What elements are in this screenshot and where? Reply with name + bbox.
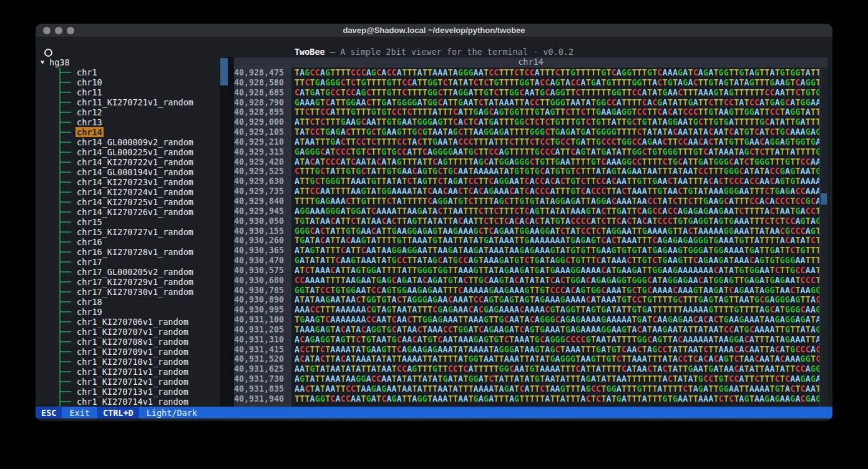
app-subtitle: — A simple 2bit viewer for the terminal … [330,47,573,57]
sidebar-item-chr15[interactable]: chr15 [36,217,220,227]
tree-guide-line [59,357,76,367]
sidebar-item-chr15_KI270727v1_random[interactable]: chr15_KI270727v1_random [36,227,220,237]
chromosome-title: chr14 [518,57,544,67]
dna-sequence: ATCTAAACATTAGTGGATTTTATTGGGTGGTTAAAGTTAT… [295,266,819,276]
key-ctrl-d[interactable]: CTRL+D [97,407,139,418]
sidebar-item-chr18[interactable]: chr18 [36,297,220,307]
sequence-panel: chr14 40,928,475TAGCCAGTTTTCCCAGCACCATTT… [234,57,827,407]
sequence-row: 40,929,840TTTTGAGAAACTTGTTTTCTATTTTTCAGG… [234,196,819,206]
dna-sequence: AGTATTAAATAAGGACCAATATATTATATGATATGGATCT… [295,374,819,384]
sidebar-item-chr11_KI270721v1_random[interactable]: chr11_KI270721v1_random [36,97,220,107]
sidebar-item-chr14_KI270722v1_random[interactable]: chr14_KI270722v1_random [36,157,220,167]
tree-item-label: chr17_KI270729v1_random [76,277,195,287]
sidebar-item-chr1_KI270711v1_random[interactable]: chr1_KI270711v1_random [36,367,220,377]
tree-item-label: chr16_KI270728v1_random [76,247,195,257]
sidebar-item-chr14_GL000225v1_random[interactable]: chr14_GL000225v1_random [36,147,220,157]
traffic-lights [43,27,74,34]
dna-sequence: ATTCCAATTTTAAGTATGGAAAATATCAACAACTCACAGA… [295,186,819,196]
sequence-row: 40,929,420ATACATCCCATCAATACATAGTTTATTCAG… [234,157,819,167]
sequence-scrollbar[interactable] [819,67,827,407]
key-ctrl-d-label[interactable]: Light/Dark [139,407,205,418]
sidebar-item-chr1_KI270712v1_random[interactable]: chr1_KI270712v1_random [36,377,220,387]
dna-sequence: TGTATAACATTCTATAACACTTAGTTATATTACAATTCTC… [295,216,819,226]
tree-guide-line [59,337,76,347]
key-esc-label[interactable]: Exit [62,407,97,418]
circle-icon [44,49,52,57]
position-label: 40,930,365 [234,246,288,256]
dna-sequence: ATACATCCCATCAATACATAGTTTATTCAGTTTTTAGCAT… [295,157,819,167]
tree-guide-line [59,167,76,177]
sequence-row: 40,931,835AACTATAATTCCTAAGAGAATAATATTTAA… [234,384,819,394]
app-name: TwoBee [295,47,325,57]
panel-divider [228,57,234,407]
position-label: 40,931,310 [234,335,288,345]
sidebar-item-chr17_KI270730v1_random[interactable]: chr17_KI270730v1_random [36,287,220,297]
position-label: 40,928,895 [234,107,288,117]
sidebar-item-chr17_GL000205v2_random[interactable]: chr17_GL000205v2_random [36,267,220,277]
dna-sequence: CATGATGCCTCCAGCTTTGTTCTTTTGGCTTAGGATTGTC… [295,88,819,98]
dna-sequence: GAGGGCATCCCTGTCTTGTGCCATTCAGGGGAATGCTTCC… [295,147,819,157]
sidebar-item-chr10[interactable]: chr10 [36,77,220,87]
sidebar-item-chr1_KI270713v1_random[interactable]: chr1_KI270713v1_random [36,387,220,397]
sidebar-item-chr1_KI270707v1_random[interactable]: chr1_KI270707v1_random [36,327,220,337]
sidebar-item-chr1_KI270714v1_random[interactable]: chr1_KI270714v1_random [36,397,220,407]
sidebar-scrollbar-thumb[interactable] [220,58,228,85]
sidebar-item-chr1_KI270706v1_random[interactable]: chr1_KI270706v1_random [36,317,220,327]
tree-guide-line [59,297,76,307]
sidebar-item-chr14_GL000194v1_random[interactable]: chr14_GL000194v1_random [36,167,220,177]
dna-sequence: GGTATCCTGTGGAATCCAGTGGAAGAGAATTTCAAAAAGA… [295,286,819,296]
tree-guide-line [59,267,76,277]
position-label: 40,929,630 [234,176,288,186]
sidebar-item-chr12[interactable]: chr12 [36,107,220,117]
tree-guide-line [59,377,76,387]
tree-item-label: chr17 [76,257,104,267]
sidebar-item-chr17[interactable]: chr17 [36,257,220,267]
tree-root-hg38[interactable]: ▼ hg38 [36,57,220,67]
sidebar-item-chr16_KI270728v1_random[interactable]: chr16_KI270728v1_random [36,247,220,257]
position-label: 40,928,580 [234,78,288,88]
maximize-window-icon[interactable] [67,27,74,34]
tree-item-label: chr1_KI270707v1_random [76,327,190,337]
position-label: 40,930,890 [234,295,288,305]
tree-guide-line [59,107,76,117]
close-window-icon[interactable] [43,27,51,34]
sidebar-item-chr19[interactable]: chr19 [36,307,220,317]
sidebar-item-chr14_KI270723v1_random[interactable]: chr14_KI270723v1_random [36,177,220,187]
dna-sequence: CTTTGCTATTGTGCTATTGTGAACAGTGCTGCAATAAAAA… [295,167,819,176]
sidebar-item-chr16[interactable]: chr16 [36,237,220,247]
position-label: 40,931,520 [234,354,288,364]
position-label: 40,928,685 [234,88,288,98]
dna-sequence: ACATACTTACATAAATATATTAAAATTATTTTATGGTAAT… [295,354,819,364]
sequence-row: 40,929,105TATCCTGAGACTTTGCTGAAGTTGCGTAAT… [234,127,819,137]
position-label: 40,929,105 [234,127,288,137]
tree-guide-line [59,347,76,357]
dna-sequence: TTCTGAGGGCTCTGTTTTGTTCCATTGGTCTATATCTCTG… [295,78,819,88]
sidebar-item-chr1[interactable]: chr1 [36,67,220,77]
tree-item-label: chr14_KI270722v1_random [76,157,195,167]
sidebar-item-chr13[interactable]: chr13 [36,117,220,127]
sidebar-item-chr17_KI270729v1_random[interactable]: chr17_KI270729v1_random [36,277,220,287]
sequence-row: 40,929,945AGGAAAGGGATGGATCAAAATTAAGATACT… [234,206,819,216]
sidebar-item-chr1_KI270709v1_random[interactable]: chr1_KI270709v1_random [36,347,220,357]
position-label: 40,929,840 [234,196,288,206]
sidebar-item-chr14_GL000009v2_random[interactable]: chr14_GL000009v2_random [36,137,220,147]
sequence-row: 40,930,470GATATATTCAAGTAAATATGCCTTATAGCA… [234,256,819,266]
sequence-scrollbar-thumb[interactable] [821,193,827,205]
minimize-window-icon[interactable] [55,27,62,34]
sidebar-scrollbar[interactable] [220,57,228,407]
sequence-rows: 40,928,475TAGCCAGTTTTCCCAGCACCATTTATTAAA… [234,68,819,407]
tree-guide-line [59,67,76,77]
tree-item-label: chr14_KI270723v1_random [76,177,195,187]
tree-guide-line [59,317,76,327]
sidebar-item-chr14_KI270725v1_random[interactable]: chr14_KI270725v1_random [36,197,220,207]
tree-item-label: chr1_KI270711v1_random [76,367,190,377]
sidebar-item-chr11[interactable]: chr11 [36,87,220,97]
sidebar-item-chr1_KI270708v1_random[interactable]: chr1_KI270708v1_random [36,337,220,347]
sidebar-item-chr14_KI270724v1_random[interactable]: chr14_KI270724v1_random [36,187,220,197]
position-label: 40,931,100 [234,315,288,325]
tree-item-label: chr1_KI270714v1_random [76,397,190,407]
sidebar-item-chr14_KI270726v1_random[interactable]: chr14_KI270726v1_random [36,207,220,217]
key-esc[interactable]: ESC [36,407,62,418]
sidebar-item-chr1_KI270710v1_random[interactable]: chr1_KI270710v1_random [36,357,220,367]
sidebar-item-chr14[interactable]: chr14 [36,127,220,137]
